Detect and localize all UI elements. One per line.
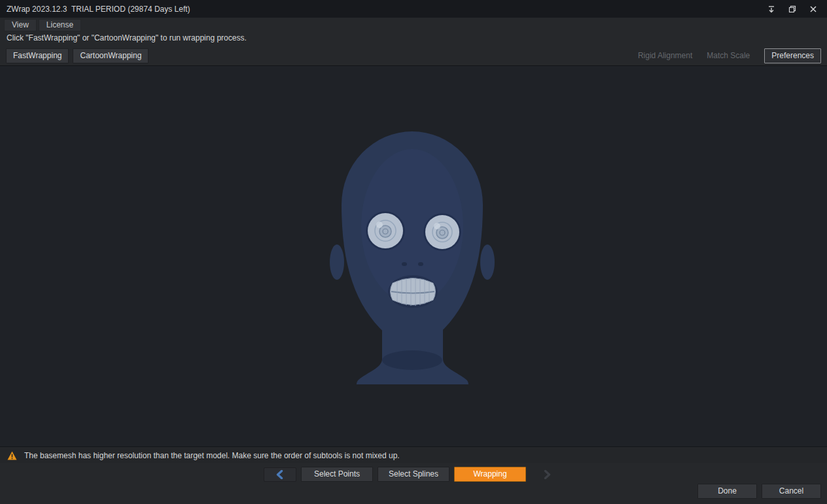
warning-text: The basemesh has higher resolution than … <box>24 451 400 460</box>
window-title: ZWrap 2023.12.3 TRIAL PERIOD (29874 Days… <box>7 5 190 14</box>
preferences-button[interactable]: Preferences <box>764 48 821 63</box>
done-button[interactable]: Done <box>697 484 757 499</box>
viewport-3d[interactable] <box>0 65 827 447</box>
fastwrapping-button[interactable]: FastWrapping <box>6 48 69 63</box>
toolbar-left-group: FastWrapping CartoonWrapping <box>6 48 149 63</box>
titlebar[interactable]: ZWrap 2023.12.3 TRIAL PERIOD (29874 Days… <box>0 0 827 18</box>
select-points-button[interactable]: Select Points <box>301 467 373 482</box>
head-model <box>0 66 827 448</box>
toolbar: FastWrapping CartoonWrapping Rigid Align… <box>0 46 827 65</box>
menu-view[interactable]: View <box>4 19 37 31</box>
select-splines-button[interactable]: Select Splines <box>378 467 449 482</box>
steps-bar: Select Points Select Splines Wrapping <box>0 466 827 482</box>
rigid-alignment-button-disabled: Rigid Alignment <box>638 51 692 60</box>
match-scale-button-disabled: Match Scale <box>707 51 750 60</box>
toolbar-right-group: Rigid Alignment Match Scale Preferences <box>638 48 821 63</box>
footer-bar: Done Cancel <box>697 484 821 499</box>
chevron-right-icon <box>542 470 552 479</box>
menu-license[interactable]: License <box>39 19 81 31</box>
restore-icon[interactable] <box>788 5 797 14</box>
next-step-button-disabled <box>531 467 563 482</box>
cancel-button[interactable]: Cancel <box>762 484 821 499</box>
minimize-icon[interactable] <box>767 5 776 14</box>
warning-icon <box>7 451 17 460</box>
close-icon[interactable] <box>809 5 818 14</box>
instruction-text: Click "FastWrapping" or "CartoonWrapping… <box>7 33 247 42</box>
prev-step-button[interactable] <box>264 467 296 482</box>
warning-bar: The basemesh has higher resolution than … <box>0 448 827 463</box>
chevron-left-icon <box>275 470 285 479</box>
window-controls <box>767 5 820 14</box>
zwrap-window: ZWrap 2023.12.3 TRIAL PERIOD (29874 Days… <box>0 0 827 504</box>
wrapping-button[interactable]: Wrapping <box>454 467 526 482</box>
menubar: View License <box>0 18 827 31</box>
cartoonwrapping-button[interactable]: CartoonWrapping <box>73 48 149 63</box>
